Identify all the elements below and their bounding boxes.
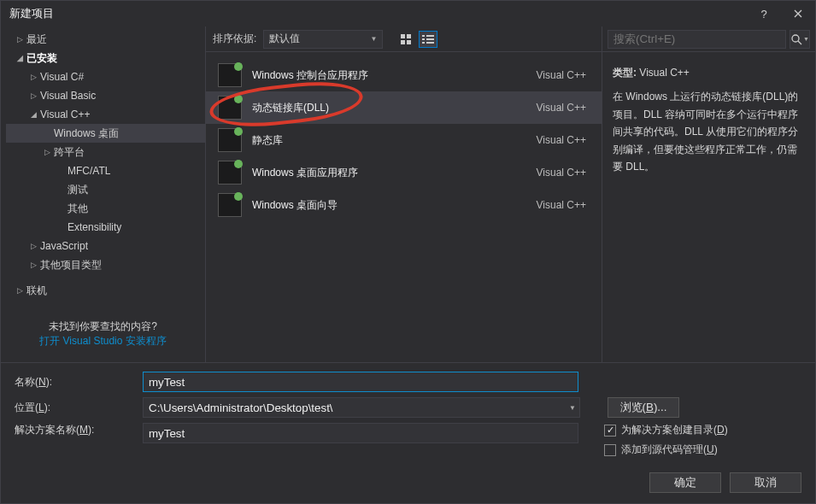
- create-dir-label: 为解决方案创建目录(D): [621, 423, 728, 437]
- tree-vcpp-ext[interactable]: Extensibility: [6, 218, 205, 237]
- view-grid-button[interactable]: [396, 31, 415, 48]
- svg-rect-8: [422, 42, 425, 44]
- template-name: Windows 桌面向导: [252, 198, 516, 213]
- svg-rect-9: [426, 42, 434, 44]
- template-row[interactable]: Windows 控制台应用程序 Visual C++: [206, 59, 602, 91]
- chevron-down-icon[interactable]: ▼: [566, 404, 579, 412]
- add-source-control-label: 添加到源代码管理(U): [621, 442, 718, 457]
- template-icon: [218, 128, 242, 152]
- chevron-down-icon: ▼: [803, 36, 809, 42]
- dialog-title: 新建项目: [9, 6, 747, 21]
- tree-csharp[interactable]: ▷Visual C#: [6, 67, 205, 86]
- template-icon: [218, 161, 242, 185]
- template-lang: Visual C++: [526, 167, 586, 179]
- tree-vcpp[interactable]: ◢Visual C++: [6, 105, 205, 124]
- search-button[interactable]: ▼: [790, 30, 810, 49]
- template-row[interactable]: Windows 桌面向导 Visual C++: [206, 189, 602, 221]
- svg-rect-4: [422, 35, 425, 37]
- close-button[interactable]: [781, 1, 815, 26]
- sort-combo[interactable]: 默认值 ▼: [263, 30, 383, 49]
- chevron-down-icon: ▼: [370, 35, 377, 43]
- location-combo[interactable]: ▼: [143, 397, 580, 418]
- view-list-button[interactable]: [419, 31, 437, 48]
- create-dir-checkbox[interactable]: [604, 425, 616, 437]
- help-button[interactable]: ?: [747, 1, 781, 26]
- solution-name-input[interactable]: [143, 423, 578, 443]
- template-name: Windows 控制台应用程序: [252, 68, 516, 83]
- cancel-button[interactable]: 取消: [730, 472, 801, 493]
- template-name: 动态链接库(DLL): [252, 101, 516, 115]
- tree-online[interactable]: ▷联机: [6, 281, 205, 300]
- template-list: Windows 控制台应用程序 Visual C++ 动态链接库(DLL) Vi…: [206, 52, 602, 362]
- ok-button[interactable]: 确定: [649, 472, 721, 493]
- sort-label: 排序依据:: [213, 32, 256, 46]
- svg-rect-3: [407, 40, 411, 44]
- template-name: Windows 桌面应用程序: [252, 166, 516, 180]
- not-found-text: 未找到你要查找的内容?: [1, 319, 205, 334]
- tree-vcpp-other[interactable]: 其他: [6, 199, 205, 218]
- solution-name-label: 解决方案名称(M):: [15, 423, 134, 437]
- svg-rect-7: [426, 38, 434, 40]
- tree-js[interactable]: ▷JavaScript: [6, 237, 205, 255]
- tree-installed[interactable]: ◢已安装: [6, 49, 205, 67]
- svg-rect-6: [422, 38, 425, 40]
- sidebar: ▷最近 ◢已安装 ▷Visual C# ▷Visual Basic ◢Visua…: [1, 26, 206, 362]
- tree-vcpp-test[interactable]: 测试: [6, 180, 205, 199]
- template-row[interactable]: 动态链接库(DLL) Visual C++: [206, 91, 602, 124]
- template-name: 静态库: [252, 133, 516, 148]
- sort-combo-value: 默认值: [269, 32, 300, 46]
- template-icon: [218, 96, 242, 120]
- desc-type-value: Visual C++: [639, 67, 689, 79]
- name-input[interactable]: [143, 372, 578, 392]
- svg-point-10: [792, 35, 799, 42]
- tree-otherproj[interactable]: ▷其他项目类型: [6, 255, 205, 274]
- desc-type-label: 类型:: [613, 67, 637, 79]
- add-source-control-checkbox[interactable]: [604, 444, 616, 456]
- svg-rect-1: [407, 34, 411, 38]
- svg-rect-5: [426, 35, 434, 37]
- browse-button[interactable]: 浏览(B)...: [608, 397, 679, 418]
- tree-vcpp-cross[interactable]: ▷跨平台: [6, 143, 205, 161]
- name-label: 名称(N):: [15, 375, 134, 390]
- tree-vb[interactable]: ▷Visual Basic: [6, 86, 205, 105]
- tree-vcpp-desktop[interactable]: Windows 桌面: [6, 124, 205, 143]
- svg-rect-0: [401, 34, 405, 38]
- tree-recent[interactable]: ▷最近: [6, 30, 205, 49]
- template-lang: Visual C++: [526, 102, 586, 114]
- open-installer-link[interactable]: 打开 Visual Studio 安装程序: [1, 334, 205, 349]
- location-label: 位置(L):: [15, 401, 134, 415]
- template-lang: Visual C++: [526, 134, 586, 146]
- template-icon: [218, 63, 242, 87]
- search-input[interactable]: [608, 30, 786, 49]
- template-lang: Visual C++: [526, 199, 586, 211]
- desc-text: 在 Windows 上运行的动态链接库(DLL)的项目。DLL 容纳可同时在多个…: [613, 88, 805, 175]
- template-row[interactable]: 静态库 Visual C++: [206, 124, 602, 156]
- template-row[interactable]: Windows 桌面应用程序 Visual C++: [206, 156, 602, 189]
- location-input[interactable]: [144, 398, 566, 417]
- svg-rect-2: [401, 40, 405, 44]
- template-icon: [218, 193, 242, 217]
- tree-vcpp-mfc[interactable]: MFC/ATL: [6, 161, 205, 180]
- template-lang: Visual C++: [526, 69, 586, 81]
